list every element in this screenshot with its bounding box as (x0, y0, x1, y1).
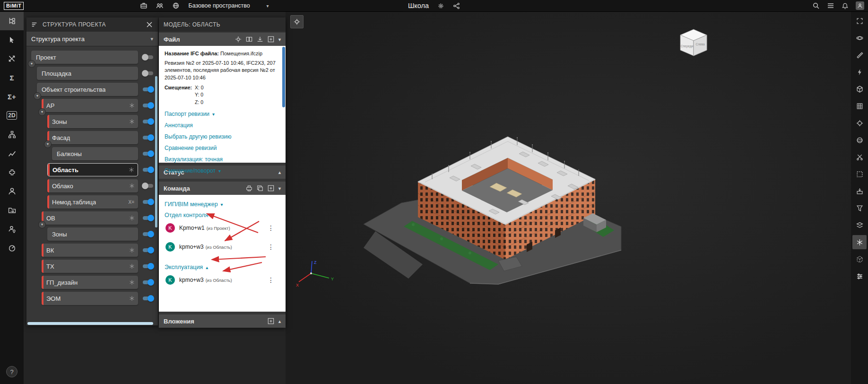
navigation-cube[interactable]: Спереди Слева (676, 26, 712, 59)
workspace-selector[interactable]: Базовое пространство ▾ (188, 2, 269, 9)
fit-view-icon[interactable] (852, 14, 867, 28)
add-icon[interactable] (268, 36, 274, 43)
visibility-toggle[interactable] (142, 231, 154, 237)
team-group-exploitation[interactable]: Эксплуатация▴ (159, 256, 286, 271)
visibility-toggle[interactable] (142, 215, 154, 221)
expand-toggle-icon[interactable]: ▾ (44, 140, 52, 148)
tree-node[interactable]: Облако (47, 179, 138, 192)
tree-node[interactable]: ВК (42, 244, 138, 257)
project-structure-icon[interactable] (0, 11, 24, 30)
export-box-icon[interactable] (852, 184, 867, 198)
select-cursor-icon[interactable] (0, 30, 24, 49)
member-menu-button[interactable]: ⋮ (268, 243, 274, 251)
chevron-up-icon[interactable]: ▴ (278, 319, 281, 324)
grid-icon[interactable] (852, 99, 867, 113)
download-icon[interactable] (257, 36, 263, 43)
expand-toggle-icon[interactable]: ▾ (28, 60, 35, 68)
expand-toggle-icon[interactable]: ▾ (38, 221, 46, 228)
sphere-view-icon[interactable] (852, 133, 867, 147)
ghost-cube-icon[interactable] (852, 252, 867, 266)
focus-selection-button[interactable] (290, 15, 304, 28)
view-2d-icon[interactable]: 2D (0, 106, 24, 125)
add-member-icon[interactable] (268, 185, 274, 192)
choose-revision-link[interactable]: Выбрать другую ревизию (165, 133, 280, 140)
collisions-icon[interactable] (0, 49, 24, 68)
search-icon[interactable] (812, 2, 820, 9)
filter-list-icon[interactable] (31, 21, 38, 28)
tree-node[interactable]: Балконы (52, 147, 138, 160)
tree-node[interactable]: Немод.таблица X= (47, 195, 138, 209)
tree-node[interactable]: Зоны (47, 115, 138, 128)
orbit-icon[interactable] (852, 31, 867, 45)
charts-icon[interactable] (0, 144, 24, 163)
viewport-3d[interactable]: Спереди Слева Z X Y (286, 11, 851, 384)
settings-sliders-icon[interactable] (852, 269, 867, 283)
team-icon[interactable] (156, 2, 164, 9)
team-export-icon[interactable] (246, 185, 252, 192)
visibility-toggle[interactable] (142, 247, 154, 253)
tree-node-selected[interactable]: Область (47, 163, 138, 176)
tree-node[interactable]: ЭОМ (42, 292, 138, 305)
notifications-bell-icon[interactable] (842, 2, 849, 9)
tree-node[interactable]: Зоны (47, 227, 138, 241)
visibility-toggle[interactable] (142, 118, 154, 125)
annotation-link[interactable]: Аннотация (165, 122, 280, 129)
marquee-select-icon[interactable] (852, 167, 867, 181)
team-group-gip[interactable]: ГИП/BIM менеджер▾ (159, 197, 286, 208)
tree-node[interactable]: Проект (31, 51, 138, 64)
compare-revisions-link[interactable]: Сравнение ревизий (165, 145, 280, 151)
team-group-control[interactable]: Отдел контроля▴ (159, 208, 286, 218)
file-section-header[interactable]: Файл ▾ (159, 33, 286, 46)
visibility-toggle[interactable] (142, 70, 154, 77)
copy-icon[interactable] (257, 185, 263, 192)
focus-model-icon[interactable] (235, 36, 242, 43)
sums-icon[interactable]: Σ (0, 68, 24, 87)
visibility-toggle[interactable] (142, 86, 154, 93)
toolbox-icon[interactable] (140, 2, 148, 9)
layers-icon[interactable] (852, 218, 867, 232)
measure-icon[interactable] (852, 48, 867, 62)
visibility-toggle[interactable] (142, 102, 154, 109)
section-cut-icon[interactable] (852, 150, 867, 164)
tree-node[interactable]: АР (42, 99, 138, 112)
settings-gear-icon[interactable] (437, 2, 444, 9)
tree-node[interactable]: ГП_дизайн (42, 276, 138, 289)
visibility-toggle[interactable] (142, 295, 154, 302)
attachments-section-header[interactable]: Вложения ▴ (159, 314, 286, 328)
visibility-toggle[interactable] (142, 279, 154, 286)
visibility-toggle[interactable] (142, 150, 154, 157)
sums-plus-icon[interactable]: Σ+ (0, 87, 24, 106)
add-attachment-icon[interactable] (268, 318, 274, 324)
clip-box-icon[interactable] (852, 82, 867, 96)
visibility-toggle[interactable] (142, 199, 154, 205)
users-icon[interactable] (0, 182, 24, 201)
visibility-toggle[interactable] (142, 263, 154, 270)
list-menu-icon[interactable] (827, 2, 834, 9)
visualization-link[interactable]: Визуализация: точная (165, 156, 280, 163)
tree-node[interactable]: Площадка (37, 67, 138, 80)
tree-node[interactable]: Фасад (47, 131, 138, 144)
shared-folder-icon[interactable] (0, 201, 24, 219)
user-avatar-icon[interactable] (856, 1, 864, 10)
flash-icon[interactable] (852, 65, 867, 79)
team-section-header[interactable]: Команда ▾ (159, 182, 286, 195)
visibility-toggle[interactable] (142, 134, 154, 141)
target-icon[interactable] (852, 116, 867, 130)
user-location-icon[interactable] (0, 219, 24, 238)
visibility-toggle[interactable] (142, 183, 154, 189)
compare-views-icon[interactable] (246, 36, 252, 43)
close-icon[interactable] (146, 21, 153, 28)
expand-toggle-icon[interactable]: ▾ (38, 108, 46, 116)
offset-rotate-link[interactable]: Смещение/поворот▾ (165, 167, 280, 174)
app-logo[interactable]: BiMiT (4, 2, 24, 10)
tree-node[interactable]: ТХ (42, 260, 138, 273)
share-icon[interactable] (453, 2, 460, 9)
freeze-icon[interactable] (852, 235, 867, 249)
plugins-icon[interactable] (0, 163, 24, 182)
chevron-down-icon[interactable]: ▾ (278, 37, 281, 42)
expand-toggle-icon[interactable]: ▾ (34, 92, 41, 100)
vertical-scrollbar[interactable] (282, 47, 285, 107)
revision-passport-link[interactable]: Паспорт ревизии▾ (165, 111, 280, 117)
filter-icon[interactable] (852, 201, 867, 215)
globe-clock-icon[interactable] (172, 2, 180, 9)
